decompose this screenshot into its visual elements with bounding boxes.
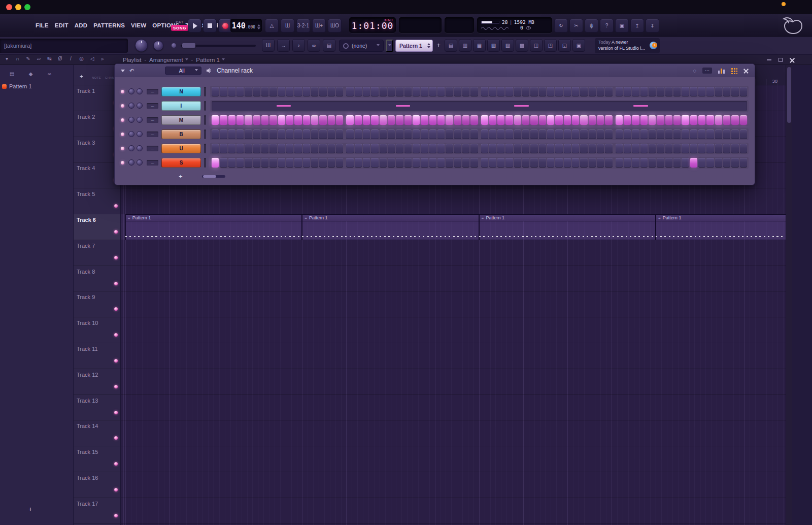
channel-pan-knob[interactable]: [128, 117, 134, 123]
step-29[interactable]: [446, 129, 453, 139]
step-56[interactable]: [673, 158, 681, 168]
step-23[interactable]: [396, 129, 403, 139]
step-9[interactable]: [278, 87, 285, 96]
step-44[interactable]: [572, 115, 579, 125]
step-35[interactable]: [497, 144, 504, 153]
link-icon[interactable]: ∞: [308, 39, 320, 52]
step-25[interactable]: [413, 87, 420, 96]
loop-record-icon[interactable]: ШO: [328, 19, 342, 32]
step-20[interactable]: [371, 129, 378, 139]
channel-volume-knob[interactable]: [137, 103, 143, 109]
step-55[interactable]: [665, 115, 672, 125]
track-led[interactable]: [114, 256, 118, 259]
step-10[interactable]: [286, 158, 293, 168]
channel-button-b[interactable]: B: [161, 129, 201, 139]
step-64[interactable]: [740, 158, 747, 168]
channel-filter-dropdown[interactable]: All: [165, 67, 201, 75]
step-18[interactable]: [355, 129, 362, 139]
pattern-menu-button[interactable]: [386, 40, 393, 52]
step-19[interactable]: [363, 158, 370, 168]
channel-button-s[interactable]: S: [161, 158, 201, 168]
step-62[interactable]: [723, 129, 730, 139]
step-1[interactable]: [212, 115, 219, 125]
step-14[interactable]: [319, 129, 326, 139]
channel-target-display[interactable]: ---: [147, 160, 158, 166]
step-59[interactable]: [698, 87, 705, 96]
channel-select-led[interactable]: [204, 129, 206, 139]
step-18[interactable]: [355, 144, 362, 153]
channel-pan-knob[interactable]: [128, 159, 134, 166]
channel-volume-knob[interactable]: [137, 131, 143, 137]
step-31[interactable]: [462, 129, 469, 139]
step-60[interactable]: [706, 129, 714, 139]
step-15[interactable]: [328, 158, 335, 168]
time-display[interactable]: B:S:T 1:01:00: [349, 17, 396, 33]
track-led[interactable]: [114, 514, 118, 517]
step-51[interactable]: [632, 129, 639, 139]
track-header-9[interactable]: Track 9: [74, 291, 120, 317]
browser-project-icon[interactable]: ◆: [27, 71, 35, 77]
step-22[interactable]: [388, 115, 395, 125]
step-42[interactable]: [555, 87, 562, 96]
step-45[interactable]: [580, 129, 587, 139]
step-32[interactable]: [470, 87, 478, 96]
scrollbar-handle[interactable]: [787, 67, 791, 123]
channel-target-display[interactable]: ---: [147, 103, 158, 109]
main-volume-knob[interactable]: [135, 39, 148, 52]
step-49[interactable]: [616, 158, 623, 168]
step-12[interactable]: [303, 87, 310, 96]
step-19[interactable]: [363, 144, 370, 153]
step-13[interactable]: [311, 115, 318, 125]
step-3[interactable]: [228, 87, 235, 96]
step-42[interactable]: [555, 115, 562, 125]
typing-piano-icon[interactable]: Ш: [262, 39, 275, 52]
step-4[interactable]: [236, 115, 244, 125]
track-header-5[interactable]: Track 5: [74, 188, 120, 214]
step-61[interactable]: [715, 115, 722, 125]
step-47[interactable]: [597, 144, 604, 153]
step-15[interactable]: [328, 129, 335, 139]
step-10[interactable]: [286, 87, 293, 96]
step-58[interactable]: [690, 87, 697, 96]
cut-icon[interactable]: ✂: [569, 19, 583, 32]
step-12[interactable]: [303, 129, 310, 139]
step-27[interactable]: [429, 115, 436, 125]
step-3[interactable]: [228, 144, 235, 153]
slice-icon[interactable]: /: [67, 56, 75, 61]
step-53[interactable]: [649, 158, 656, 168]
step-8[interactable]: [269, 129, 277, 139]
step-51[interactable]: [632, 115, 639, 125]
step-48[interactable]: [605, 144, 612, 153]
step-41[interactable]: [547, 87, 554, 96]
step-59[interactable]: [698, 158, 705, 168]
draw-icon[interactable]: ✎: [24, 56, 32, 61]
step-56[interactable]: [673, 129, 681, 139]
step-30[interactable]: [454, 87, 461, 96]
step-20[interactable]: [371, 87, 378, 96]
add-channel-button[interactable]: +: [179, 173, 183, 180]
step-31[interactable]: [462, 158, 469, 168]
tempo-spinner[interactable]: [257, 23, 260, 31]
channel-volume-knob[interactable]: [137, 159, 143, 166]
step-25[interactable]: [413, 129, 420, 139]
rack-options-caret-icon[interactable]: [121, 70, 125, 74]
step-64[interactable]: [740, 87, 747, 96]
step-47[interactable]: [597, 129, 604, 139]
step-22[interactable]: [388, 129, 395, 139]
step-40[interactable]: [539, 129, 546, 139]
step-42[interactable]: [555, 158, 562, 168]
step-26[interactable]: [421, 115, 428, 125]
step-41[interactable]: [547, 115, 554, 125]
touch-controller-icon[interactable]: ◳: [544, 39, 557, 52]
step-17[interactable]: [346, 115, 353, 125]
preview-icon[interactable]: ◁: [88, 56, 96, 61]
step-13[interactable]: [311, 144, 318, 153]
step-40[interactable]: [539, 87, 546, 96]
channel-target-display[interactable]: ---: [147, 146, 158, 151]
channel-mute-led[interactable]: [121, 133, 124, 136]
step-37[interactable]: [514, 129, 521, 139]
track-header-2[interactable]: Track 2: [74, 111, 120, 137]
step-11[interactable]: [294, 158, 301, 168]
channel-target-display[interactable]: ---: [147, 132, 158, 137]
download-icon[interactable]: ↧: [646, 19, 659, 32]
